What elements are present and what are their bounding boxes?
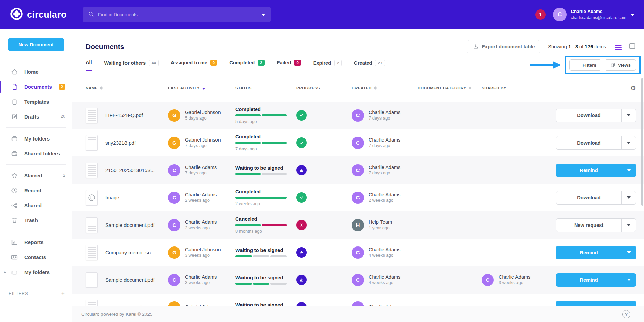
sort-desc-icon[interactable] (202, 88, 205, 90)
download-button[interactable]: Download (556, 109, 636, 122)
table-row[interactable]: LIFE-1528-Q.pdfGGabriel Johnson5 days ag… (72, 102, 644, 129)
remind-button[interactable]: Remind (556, 246, 636, 259)
sidebar-item-shared[interactable]: Shared (0, 198, 72, 213)
column-header-last-activity[interactable]: LAST ACTIVITY (168, 86, 235, 90)
person-name: Charlie Adams (185, 274, 217, 280)
tab-expired[interactable]: Expired2 (313, 60, 342, 72)
sidebar-item-recent[interactable]: Recent (0, 183, 72, 198)
search-input[interactable] (98, 12, 261, 17)
table-row[interactable]: sny23218.pdfGGabriel Johnson7 days agoCo… (72, 129, 644, 156)
tab-failed[interactable]: Failed0 (277, 60, 301, 72)
action-dropdown-caret[interactable] (621, 219, 636, 232)
sidebar-item-home[interactable]: Home (0, 64, 72, 79)
column-header-created[interactable]: CREATED (352, 86, 418, 90)
table-row[interactable]: 2150_20250130153...CCharlie Adams7 days … (72, 156, 644, 184)
relative-time: 7 days ago (369, 115, 400, 121)
column-header-status[interactable]: STATUS (235, 86, 296, 90)
table-row[interactable]: ImageCCharlie Adams2 weeks agoCompleted2… (72, 184, 644, 211)
sort-icon[interactable] (374, 86, 377, 90)
sidebar-item-contacts[interactable]: Contacts (0, 250, 72, 264)
filter-icon (574, 62, 580, 68)
download-button[interactable]: Download (556, 191, 636, 205)
column-header-progress[interactable]: PROGRESS (296, 86, 352, 90)
user-menu-caret-icon[interactable] (630, 14, 635, 16)
user-menu[interactable]: C Charlie Adams charlie.adams@circularo.… (553, 8, 635, 21)
column-header-name[interactable]: NAME (86, 86, 168, 90)
new-document-button[interactable]: New Document (8, 38, 64, 51)
tab-assigned-to-me[interactable]: Assigned to me0 (171, 60, 217, 72)
action-button-label[interactable]: Download (556, 191, 621, 204)
sidebar-item-templates[interactable]: Templates (0, 94, 72, 109)
chevron-right-icon[interactable]: ▸ (4, 270, 6, 274)
signature-pending-icon (296, 165, 307, 175)
caret-down-icon (627, 224, 631, 226)
progress-segment (270, 283, 287, 285)
table-row[interactable]: Sample document.pdfCCharlie Adams3 weeks… (72, 266, 644, 294)
sort-icon[interactable] (469, 86, 472, 90)
tab-created[interactable]: Created27 (354, 60, 385, 72)
remind-button[interactable]: Remind (556, 273, 636, 287)
tab-completed[interactable]: Completed2 (229, 60, 264, 72)
action-button-label[interactable]: Download (556, 109, 621, 122)
sidebar-item-trash[interactable]: Trash (0, 213, 72, 228)
action-dropdown-caret[interactable] (622, 273, 636, 287)
new-request-button[interactable]: New request (556, 218, 636, 232)
showing-items-status: Showing 1 - 8 of 176 items (548, 44, 606, 49)
action-button-label[interactable]: Download (556, 136, 621, 149)
relative-time: 7 days ago (185, 170, 217, 176)
download-button[interactable]: Download (556, 136, 636, 150)
sidebar-item-shared-folders[interactable]: Shared folders (0, 146, 72, 161)
remind-button[interactable]: Remind (556, 164, 636, 177)
filters-button[interactable]: Filters (569, 59, 601, 71)
sidebar-item-my-folders[interactable]: My folders (0, 131, 72, 146)
list-view-icon[interactable] (615, 44, 622, 50)
sidebar-item-documents[interactable]: Documents 2 (0, 79, 72, 94)
sidebar-item-reports[interactable]: Reports (0, 235, 72, 250)
document-thumbnail-icon (86, 163, 98, 178)
action-button-label[interactable]: New request (556, 219, 621, 232)
contact-card-icon (11, 253, 18, 261)
person-info: Help Team1 year ago (369, 219, 392, 231)
scrollbar-thumb[interactable] (641, 78, 643, 206)
document-thumbnail-icon (86, 135, 98, 151)
action-dropdown-caret[interactable] (622, 246, 636, 259)
export-document-table-button[interactable]: Export document table (467, 40, 540, 53)
progress-bar (235, 283, 287, 285)
progress-segment (253, 283, 270, 285)
name-cell: sny23218.pdf (86, 135, 168, 151)
action-button-label[interactable]: Remind (556, 273, 622, 287)
column-header-document-category[interactable]: DOCUMENT CATEGORY (418, 86, 482, 90)
sidebar-item-drafts[interactable]: Drafts 20 (0, 109, 72, 124)
person-name: Help Team (369, 219, 392, 226)
person-info: Charlie Adams4 weeks ago (369, 246, 400, 259)
global-search[interactable] (83, 7, 271, 22)
brand-logo[interactable]: circularo (10, 7, 78, 22)
tab-waiting-for-others[interactable]: Waiting for others44 (104, 60, 159, 72)
notification-badge[interactable]: 1 (535, 9, 546, 20)
grid-view-icon[interactable] (628, 42, 636, 51)
column-header-shared-by[interactable]: SHARED BY (482, 86, 548, 90)
views-button[interactable]: Views (605, 59, 636, 71)
add-filter-icon[interactable]: + (61, 290, 65, 297)
table-settings-gear-icon[interactable]: ⚙ (630, 85, 636, 91)
action-dropdown-caret[interactable] (621, 136, 636, 149)
sort-icon[interactable] (100, 86, 103, 90)
person-name: Charlie Adams (369, 137, 400, 143)
table-row[interactable]: Company memo- sc...GGabriel Johnson3 wee… (72, 239, 644, 266)
avatar: C (168, 219, 180, 231)
person-name: Charlie Adams (369, 274, 400, 280)
help-icon[interactable]: ? (622, 310, 630, 318)
avatar: C (352, 137, 364, 149)
action-dropdown-caret[interactable] (622, 164, 636, 177)
tab-all[interactable]: All (86, 60, 92, 71)
sidebar-item-my-folders-2[interactable]: ▸ My folders (0, 264, 72, 279)
relative-time: 5 days ago (185, 115, 221, 121)
table-row[interactable]: Sample document.pdfCCharlie Adams2 weeks… (72, 211, 644, 239)
search-scope-caret-icon[interactable] (261, 14, 266, 16)
action-button-label[interactable]: Remind (556, 164, 622, 177)
action-dropdown-caret[interactable] (621, 191, 636, 204)
action-button-label[interactable]: Remind (556, 246, 622, 259)
sidebar-item-starred[interactable]: Starred 2 (0, 168, 72, 183)
thumbnail-blue-edge (87, 274, 87, 286)
action-dropdown-caret[interactable] (621, 109, 636, 122)
